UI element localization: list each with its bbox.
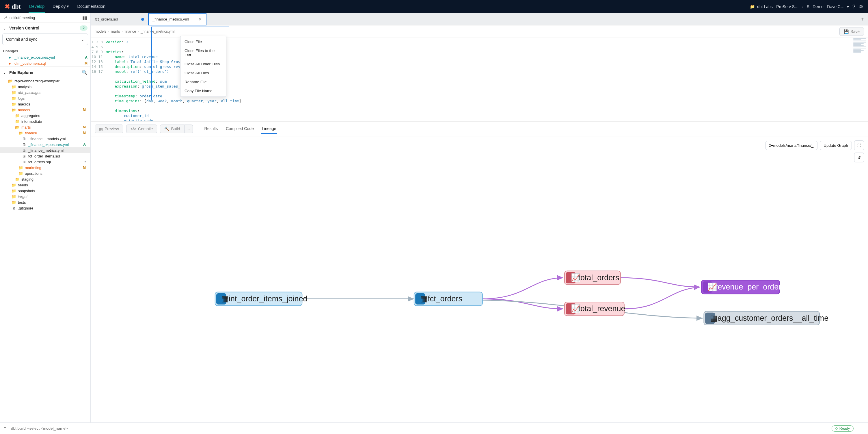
editor-tab[interactable]: _finance_metrics.yml✕	[148, 13, 206, 25]
tab-lineage[interactable]: Lineage	[261, 124, 277, 134]
search-icon[interactable]: 🔍	[82, 70, 88, 75]
minimap[interactable]	[852, 38, 868, 121]
brand-text: dbt	[11, 3, 21, 10]
tree-item[interactable]: 🗎_finance_exposures.ymlA	[0, 142, 90, 147]
chevron-down-icon: ▾	[67, 4, 69, 9]
lineage-graph[interactable]: Update Graph ⛶ ↺	[91, 136, 868, 434]
change-row[interactable]: ▸ dim_customers.sql M	[0, 60, 90, 66]
context-menu-item[interactable]: Close All Other Files	[181, 60, 226, 68]
file-icon: ▸	[8, 61, 12, 66]
folder-icon: 📁	[11, 90, 16, 95]
svg-text:total_revenue: total_revenue	[578, 304, 625, 313]
command-expand-icon[interactable]: ⌃	[0, 426, 10, 431]
build-dropdown[interactable]: ⌄	[185, 124, 193, 133]
save-icon: 💾	[844, 29, 849, 34]
help-icon[interactable]: ?	[852, 4, 855, 10]
tree-item[interactable]: 📁analysis	[0, 84, 90, 90]
update-graph-button[interactable]: Update Graph	[820, 141, 852, 150]
folder-open-icon: 📂	[19, 131, 23, 135]
tree-item[interactable]: 📁marketingM	[0, 165, 90, 171]
reset-icon[interactable]: ↺	[854, 152, 864, 163]
commit-button[interactable]: Commit and sync ⌄	[2, 33, 88, 45]
context-menu-item[interactable]: Copy File Name	[181, 86, 226, 95]
version-control-header[interactable]: ⌄ Version Control 2	[0, 23, 90, 33]
tree-item[interactable]: 📁logs	[0, 95, 90, 101]
file-icon: ▸	[8, 55, 12, 60]
context-menu-item[interactable]: Close Files to the Left	[181, 46, 226, 60]
tree-item[interactable]: 🗎.gitignore	[0, 205, 90, 211]
tree-item[interactable]: 📁seeds	[0, 182, 90, 188]
tree-item[interactable]: 🗎fct_order_items.sql	[0, 153, 90, 159]
tab-compiled[interactable]: Compiled Code	[225, 124, 254, 134]
more-icon[interactable]: ⋮	[856, 425, 868, 432]
dag-svg: ▦ int_order_items_joined ▦ fct_orders 📈 …	[91, 136, 868, 434]
save-button[interactable]: 💾 Save	[839, 27, 864, 36]
top-nav: ✖ dbt Develop Deploy ▾ Documentation 📁 d…	[0, 0, 868, 13]
tree-item[interactable]: 🗎fct_orders.sql•	[0, 159, 90, 165]
new-tab-button[interactable]: +	[857, 13, 868, 25]
folder-icon: 📁	[11, 195, 16, 199]
node-total-revenue[interactable]: 📈 total_revenue	[564, 302, 625, 316]
tree-item[interactable]: 📁operations	[0, 171, 90, 176]
command-input[interactable]	[10, 426, 832, 431]
node-fct-orders[interactable]: ▦ fct_orders	[414, 292, 483, 306]
editor-tab[interactable]: fct_orders.sql	[91, 13, 148, 25]
tree-item[interactable]: 📂rapid-onboarding-exemplar	[0, 78, 90, 84]
branch-name[interactable]: sqlfluff-meeting	[9, 16, 80, 20]
tree-item[interactable]: 📁tests	[0, 199, 90, 205]
gear-icon[interactable]: ⚙	[859, 3, 863, 10]
compile-button[interactable]: </>Compile	[126, 124, 157, 133]
context-menu-item[interactable]: Close File	[181, 37, 226, 46]
tree-item[interactable]: 🗎_finance__models.yml	[0, 136, 90, 142]
nav-documentation[interactable]: Documentation	[76, 1, 106, 13]
tree-item[interactable]: 📂financeM	[0, 130, 90, 136]
git-branch-icon: ⎇	[3, 16, 7, 20]
node-revenue-per-order[interactable]: 📈 revenue_per_order	[702, 280, 781, 294]
breadcrumb-item[interactable]: models	[95, 29, 106, 33]
svg-text:agg_customer_orders__all_time: agg_customer_orders__all_time	[718, 314, 829, 322]
tree-label: _finance_metrics.yml	[28, 148, 64, 152]
breadcrumb-item[interactable]: finance	[124, 29, 136, 33]
tree-item[interactable]: 🗎_finance_metrics.yml	[0, 147, 90, 153]
file-icon: 🗎	[22, 154, 27, 158]
file-dirty-dot: •	[85, 160, 88, 164]
project-selector[interactable]: 📁 dbt Labs - ProServ S…	[750, 4, 799, 9]
breadcrumb-item[interactable]: marts	[111, 29, 120, 33]
context-menu-item[interactable]: Close All Files	[181, 68, 226, 78]
tree-item[interactable]: 📂modelsM	[0, 107, 90, 113]
book-icon[interactable]: ▮▮	[82, 15, 88, 21]
tree-item[interactable]: 📁dbt_packages	[0, 90, 90, 95]
tree-item[interactable]: 📁intermediate	[0, 118, 90, 124]
folder-icon: 📁	[19, 171, 23, 176]
lineage-filter-input[interactable]	[766, 141, 817, 150]
change-status: M	[85, 62, 88, 66]
tree-item[interactable]: 📁aggregates	[0, 113, 90, 118]
change-row[interactable]: ▸ _finance_exposures.yml A	[0, 54, 90, 60]
tree-item[interactable]: 📁target	[0, 194, 90, 199]
context-menu-item[interactable]: Rename File	[181, 78, 226, 86]
close-icon[interactable]: ✕	[198, 17, 202, 22]
nav-deploy[interactable]: Deploy ▾	[52, 1, 70, 13]
file-explorer-header[interactable]: ⌄ File Explorer 🔍	[0, 66, 90, 78]
preview-button[interactable]: ▦Preview	[95, 124, 123, 133]
tree-label: .gitignore	[18, 206, 33, 210]
fullscreen-icon[interactable]: ⛶	[854, 140, 864, 150]
nav-develop[interactable]: Develop	[29, 1, 45, 13]
breadcrumb-item[interactable]: _finance_metrics.yml	[141, 29, 175, 33]
folder-icon: 📁	[11, 183, 16, 187]
tree-item[interactable]: 📁staging	[0, 176, 90, 182]
tree-label: _finance__models.yml	[28, 137, 66, 141]
node-total-orders[interactable]: 📈 total_orders	[564, 271, 621, 284]
folder-icon: 📁	[11, 189, 16, 193]
env-selector[interactable]: SL Demo - Dave C… ▾	[807, 4, 849, 9]
tree-item[interactable]: 📁snapshots	[0, 188, 90, 194]
tree-item[interactable]: 📁macros	[0, 101, 90, 107]
chevron-down-icon: ⌄	[3, 26, 7, 30]
build-button[interactable]: 🔨Build	[160, 124, 184, 133]
svg-text:▦: ▦	[710, 314, 718, 322]
tab-results[interactable]: Results	[204, 124, 219, 134]
tree-item[interactable]: 📂martsM	[0, 124, 90, 130]
node-int-order-items-joined[interactable]: ▦ int_order_items_joined	[215, 292, 308, 306]
node-agg-customer-orders[interactable]: ▦ agg_customer_orders__all_time	[704, 311, 829, 325]
dbt-logo-icon: ✖	[5, 3, 10, 10]
